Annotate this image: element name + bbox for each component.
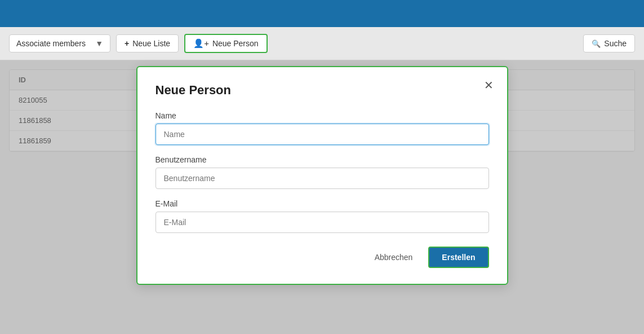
main-content: ID Vorname E-Mail 8210055 Bert 11861858 … bbox=[0, 60, 644, 334]
modal-footer: Abbrechen Erstellen bbox=[156, 247, 489, 268]
name-label: Name bbox=[156, 111, 489, 120]
neue-liste-button[interactable]: + Neue Liste bbox=[116, 34, 179, 52]
associate-members-dropdown[interactable]: Associate members ▼ bbox=[9, 34, 110, 52]
submit-label: Erstellen bbox=[442, 253, 475, 262]
plus-icon: + bbox=[125, 39, 129, 48]
neue-person-button[interactable]: 👤+ Neue Person bbox=[184, 34, 267, 53]
modal-close-button[interactable]: ✕ bbox=[480, 76, 498, 94]
top-bar bbox=[0, 0, 644, 27]
email-input[interactable] bbox=[156, 212, 489, 233]
cancel-label: Abbrechen bbox=[375, 253, 413, 262]
person-add-icon: 👤+ bbox=[193, 38, 209, 49]
email-field-group: E-Mail bbox=[156, 199, 489, 233]
search-label: Suche bbox=[604, 39, 627, 48]
neue-person-label: Neue Person bbox=[212, 39, 259, 48]
neue-liste-label: Neue Liste bbox=[132, 39, 170, 48]
benutzername-label: Benutzername bbox=[156, 155, 489, 164]
close-icon: ✕ bbox=[484, 78, 494, 92]
search-button[interactable]: 🔍 Suche bbox=[583, 34, 635, 52]
modal-title: Neue Person bbox=[156, 83, 489, 98]
submit-button[interactable]: Erstellen bbox=[428, 247, 488, 268]
email-label: E-Mail bbox=[156, 199, 489, 208]
neue-person-modal: Neue Person ✕ Name Benutzername E-Mail bbox=[136, 66, 508, 285]
toolbar: Associate members ▼ + Neue Liste 👤+ Neue… bbox=[0, 27, 644, 60]
cancel-button[interactable]: Abbrechen bbox=[368, 248, 420, 266]
name-input[interactable] bbox=[156, 124, 489, 145]
benutzername-input[interactable] bbox=[156, 168, 489, 189]
dropdown-label: Associate members bbox=[16, 39, 86, 48]
modal-overlay: Neue Person ✕ Name Benutzername E-Mail bbox=[0, 60, 644, 334]
name-field-group: Name bbox=[156, 111, 489, 145]
benutzername-field-group: Benutzername bbox=[156, 155, 489, 189]
search-icon: 🔍 bbox=[592, 39, 601, 48]
chevron-down-icon: ▼ bbox=[95, 39, 103, 48]
